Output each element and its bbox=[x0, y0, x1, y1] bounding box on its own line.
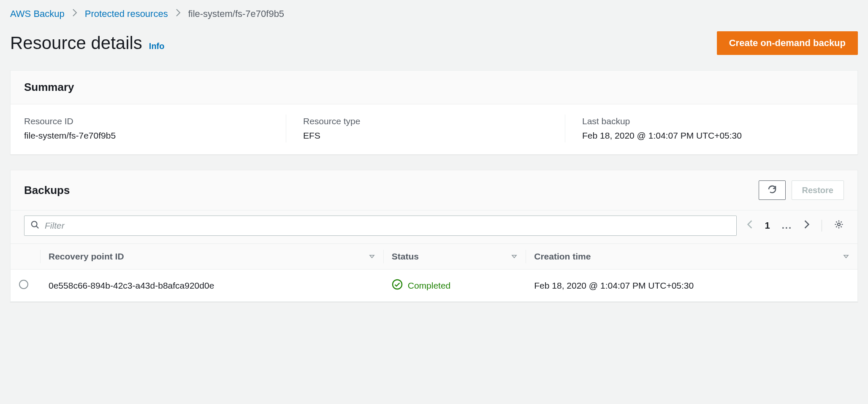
breadcrumb-current: file-system/fs-7e70f9b5 bbox=[188, 8, 284, 19]
table-row: 0e558c66-894b-42c3-a43d-b8afca920d0e Com… bbox=[11, 270, 857, 302]
column-label: Status bbox=[392, 251, 419, 262]
row-select-radio[interactable] bbox=[19, 280, 28, 289]
column-creation-time[interactable]: Creation time bbox=[526, 244, 857, 270]
pagination-ellipsis: ... bbox=[782, 220, 792, 231]
summary-resource-id: Resource ID file-system/fs-7e70f9b5 bbox=[24, 115, 286, 142]
column-select bbox=[11, 244, 40, 270]
gear-icon bbox=[834, 219, 844, 232]
summary-label: Last backup bbox=[582, 116, 844, 126]
column-recovery-point-id[interactable]: Recovery point ID bbox=[40, 244, 383, 270]
divider bbox=[822, 220, 822, 232]
chevron-right-icon bbox=[804, 220, 810, 232]
filter-field[interactable] bbox=[24, 216, 737, 236]
table-toolbar: 1 ... bbox=[11, 210, 857, 243]
summary-grid: Resource ID file-system/fs-7e70f9b5 Reso… bbox=[11, 104, 857, 154]
summary-label: Resource type bbox=[303, 116, 565, 126]
info-link[interactable]: Info bbox=[149, 41, 165, 51]
summary-header: Summary bbox=[11, 71, 857, 104]
column-label: Creation time bbox=[534, 251, 591, 262]
svg-point-2 bbox=[838, 223, 840, 226]
chevron-right-icon bbox=[176, 8, 181, 19]
chevron-right-icon bbox=[72, 8, 77, 19]
success-icon bbox=[392, 279, 403, 292]
sort-icon bbox=[369, 251, 375, 262]
svg-point-3 bbox=[393, 280, 402, 289]
pagination-prev[interactable] bbox=[747, 220, 753, 232]
summary-panel: Summary Resource ID file-system/fs-7e70f… bbox=[10, 70, 858, 155]
svg-line-1 bbox=[36, 226, 39, 228]
page-title: Resource details Info bbox=[10, 33, 164, 53]
summary-label: Resource ID bbox=[24, 116, 286, 126]
filter-input[interactable] bbox=[40, 221, 730, 231]
column-label: Recovery point ID bbox=[49, 251, 124, 262]
backups-panel: Backups Restore 1 ... bbox=[10, 170, 858, 302]
backups-title: Backups bbox=[24, 184, 70, 197]
cell-recovery-point-id: 0e558c66-894b-42c3-a43d-b8afca920d0e bbox=[40, 270, 383, 302]
backups-header: Backups Restore bbox=[11, 170, 857, 210]
breadcrumb: AWS Backup Protected resources file-syst… bbox=[10, 8, 858, 19]
summary-value: Feb 18, 2020 @ 1:04:07 PM UTC+05:30 bbox=[582, 131, 844, 141]
pagination-next[interactable] bbox=[804, 220, 810, 232]
pagination-current: 1 bbox=[765, 220, 770, 231]
summary-value: EFS bbox=[303, 131, 565, 141]
refresh-icon bbox=[767, 184, 777, 197]
summary-title: Summary bbox=[24, 81, 74, 94]
refresh-button[interactable] bbox=[759, 180, 786, 200]
page-header: Resource details Info Create on-demand b… bbox=[10, 31, 858, 55]
cell-status: Completed bbox=[383, 270, 526, 302]
summary-last-backup: Last backup Feb 18, 2020 @ 1:04:07 PM UT… bbox=[565, 115, 844, 142]
page-title-text: Resource details bbox=[10, 33, 142, 53]
sort-icon bbox=[511, 251, 517, 262]
cell-creation-time: Feb 18, 2020 @ 1:04:07 PM UTC+05:30 bbox=[526, 270, 857, 302]
backups-table: Recovery point ID Status bbox=[11, 243, 857, 302]
sort-icon bbox=[843, 251, 849, 262]
breadcrumb-protected-resources[interactable]: Protected resources bbox=[85, 8, 168, 19]
chevron-left-icon bbox=[747, 220, 753, 232]
breadcrumb-root[interactable]: AWS Backup bbox=[10, 8, 65, 19]
column-status[interactable]: Status bbox=[383, 244, 526, 270]
backups-controls: Restore bbox=[759, 180, 844, 200]
svg-point-0 bbox=[32, 221, 37, 227]
summary-resource-type: Resource type EFS bbox=[286, 115, 565, 142]
pagination: 1 ... bbox=[747, 219, 844, 232]
status-text: Completed bbox=[408, 281, 451, 291]
summary-value: file-system/fs-7e70f9b5 bbox=[24, 131, 286, 141]
search-icon bbox=[30, 220, 40, 232]
table-settings-button[interactable] bbox=[834, 219, 844, 232]
restore-button[interactable]: Restore bbox=[792, 180, 844, 200]
create-on-demand-backup-button[interactable]: Create on-demand backup bbox=[717, 31, 858, 55]
